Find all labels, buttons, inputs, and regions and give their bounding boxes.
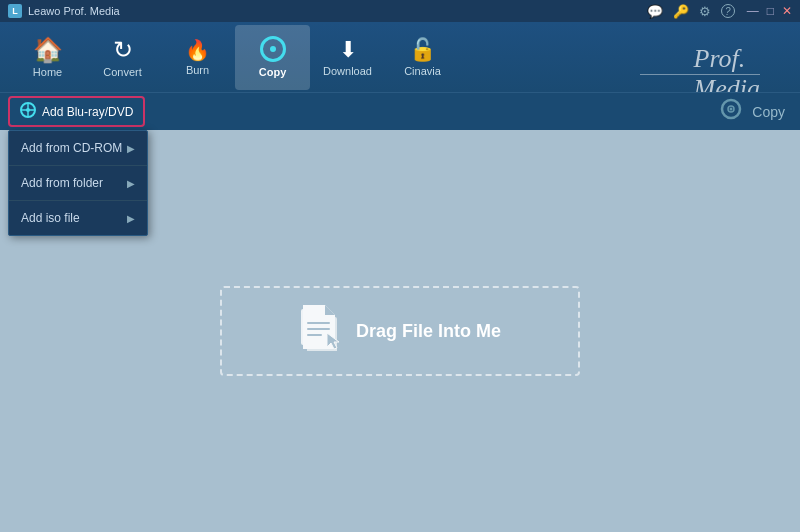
nav-download-label: Download [323,65,372,77]
download-icon: ⬇ [339,37,357,63]
add-button-label: Add Blu-ray/DVD [42,105,133,119]
dropdown-cdrom-arrow: ▶ [127,143,135,154]
copy-disc-icon [260,36,286,62]
gear-icon[interactable]: ⚙ [699,4,711,19]
drag-drop-zone[interactable]: Drag File Into Me [220,286,580,376]
minimize-button[interactable]: — [747,4,759,18]
nav-home-label: Home [33,66,62,78]
nav-item-burn[interactable]: 🔥 Burn [160,25,235,90]
dropdown-cdrom-label: Add from CD-ROM [21,141,122,155]
add-bluray-dvd-button[interactable]: Add Blu-ray/DVD [8,96,145,127]
secondary-bar: Add Blu-ray/DVD Copy [0,92,800,130]
nav-item-copy[interactable]: Copy [235,25,310,90]
nav-convert-label: Convert [103,66,142,78]
title-bar-right: 💬 🔑 ⚙ ? — □ ✕ [647,4,792,19]
app-title: Leawo Prof. Media [28,5,120,17]
brand-underline [640,74,760,75]
close-button[interactable]: ✕ [782,4,792,18]
dropdown-iso-label: Add iso file [21,211,80,225]
dropdown-item-folder[interactable]: Add from folder ▶ [9,166,147,201]
nav-items: 🏠 Home ↻ Convert 🔥 Burn Copy ⬇ Download … [10,25,790,90]
dropdown-iso-arrow: ▶ [127,213,135,224]
window-controls[interactable]: — □ ✕ [747,4,792,18]
dropdown-menu: Add from CD-ROM ▶ Add from folder ▶ Add … [8,130,148,236]
dropdown-item-cdrom[interactable]: Add from CD-ROM ▶ [9,131,147,166]
maximize-button[interactable]: □ [767,4,774,18]
secondary-bar-right: Copy [720,98,785,125]
title-icons: 💬 🔑 ⚙ ? [647,4,735,19]
convert-icon: ↻ [113,36,133,64]
chat-icon[interactable]: 💬 [647,4,663,19]
nav-cinavia-label: Cinavia [404,65,441,77]
nav-item-download[interactable]: ⬇ Download [310,25,385,90]
title-bar: L Leawo Prof. Media 💬 🔑 ⚙ ? — □ ✕ [0,0,800,22]
cinavia-icon: 🔓 [409,37,436,63]
title-bar-left: L Leawo Prof. Media [8,4,120,18]
secondary-disc-icon [720,98,742,125]
nav-copy-label: Copy [259,66,287,78]
help-icon[interactable]: ? [721,4,735,18]
add-disc-icon [20,102,36,121]
key-icon[interactable]: 🔑 [673,4,689,19]
home-icon: 🏠 [33,36,63,64]
svg-point-6 [730,108,733,111]
drag-drop-text: Drag File Into Me [356,321,501,342]
drag-file-icon [299,303,341,360]
nav-item-cinavia[interactable]: 🔓 Cinavia [385,25,460,90]
secondary-copy-label: Copy [752,104,785,120]
dropdown-folder-arrow: ▶ [127,178,135,189]
nav-bar: 🏠 Home ↻ Convert 🔥 Burn Copy ⬇ Download … [0,22,800,92]
burn-icon: 🔥 [185,38,210,62]
nav-item-convert[interactable]: ↻ Convert [85,25,160,90]
dropdown-item-iso[interactable]: Add iso file ▶ [9,201,147,235]
app-logo: L [8,4,22,18]
nav-burn-label: Burn [186,64,209,76]
nav-item-home[interactable]: 🏠 Home [10,25,85,90]
dropdown-folder-label: Add from folder [21,176,103,190]
